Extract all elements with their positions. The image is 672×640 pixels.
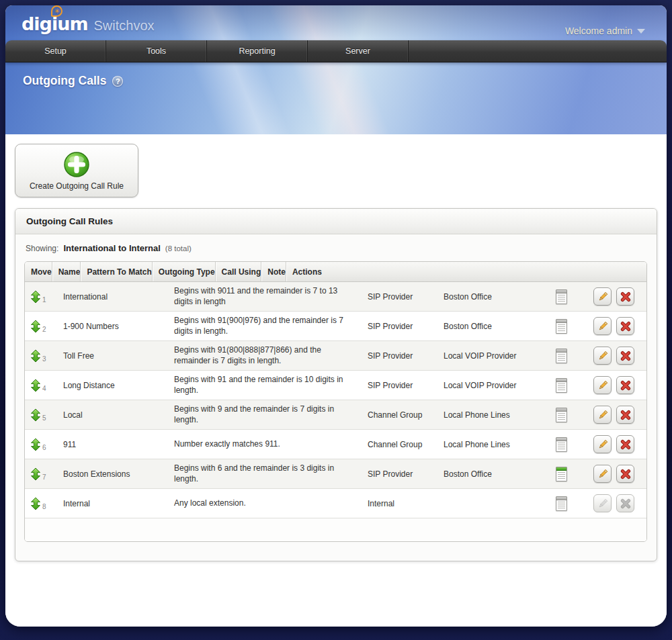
digium-switchvox-logo: digium ✳ Switchvox	[22, 13, 155, 34]
table-row: 3 Toll Free Begins with 91(800|888|877|8…	[25, 341, 646, 371]
move-handle[interactable]	[30, 290, 41, 304]
note-icon[interactable]	[556, 408, 567, 422]
note-icon[interactable]	[556, 496, 567, 511]
table-header-row: MoveNamePattern To MatchOutgoing TypeCal…	[25, 262, 646, 282]
row-order: 5	[42, 414, 46, 422]
actions-cell	[587, 400, 646, 429]
note-icon[interactable]	[556, 319, 567, 334]
table-row: 8 Internal Any local extension. Internal	[25, 489, 646, 518]
plus-icon	[63, 151, 90, 178]
rule-name: Long Distance	[56, 371, 167, 400]
create-button-label: Create Outgoing Call Rule	[30, 181, 124, 191]
rule-pattern: Begins with 9011 and the remainder is 7 …	[167, 282, 361, 311]
note-icon[interactable]	[556, 378, 567, 393]
top-header: digium ✳ Switchvox Welcome admin	[5, 5, 667, 40]
edit-button[interactable]	[593, 317, 612, 335]
nav-item[interactable]: Setup	[5, 40, 106, 62]
edit-button[interactable]	[593, 406, 612, 424]
delete-button[interactable]	[616, 376, 634, 394]
column-header: Pattern To Match	[80, 262, 151, 281]
edit-button[interactable]	[593, 435, 612, 453]
move-handle[interactable]	[30, 467, 41, 481]
app-window: digium ✳ Switchvox Welcome admin SetupTo…	[5, 5, 667, 627]
row-order: 1	[42, 296, 46, 304]
nav-item[interactable]: Server	[308, 40, 409, 62]
note-icon[interactable]	[556, 467, 567, 482]
column-header: Call Using	[215, 262, 261, 281]
logo-switchvox: Switchvox	[94, 18, 155, 34]
move-handle[interactable]	[30, 497, 41, 510]
pencil-icon	[597, 498, 608, 509]
panel-title: Outgoing Call Rules	[15, 209, 657, 234]
actions-cell	[587, 312, 646, 340]
delete-button[interactable]	[616, 347, 634, 365]
logo-digium: digium ✳	[22, 13, 88, 34]
column-header: Note	[261, 262, 286, 281]
note-icon[interactable]	[556, 437, 567, 452]
delete-button	[616, 494, 634, 512]
note-icon[interactable]	[556, 289, 567, 304]
delete-x-icon	[620, 351, 631, 361]
rule-outgoing-type: SIP Provider	[361, 459, 437, 488]
rule-name: Local	[56, 400, 167, 429]
rule-pattern: Any local extension.	[167, 489, 361, 518]
actions-cell	[587, 459, 646, 488]
move-handle[interactable]	[30, 349, 41, 363]
welcome-admin-menu[interactable]: Welcome admin	[565, 26, 645, 36]
row-order: 6	[42, 444, 46, 451]
rule-name: Toll Free	[56, 341, 167, 370]
delete-button[interactable]	[616, 435, 634, 453]
rule-call-using: Boston Office	[437, 312, 549, 340]
delete-x-icon	[620, 469, 631, 479]
table-row: 4 Long Distance Begins with 91 and the r…	[25, 371, 646, 400]
edit-button[interactable]	[593, 465, 612, 483]
rule-outgoing-type: Internal	[361, 489, 437, 518]
column-header: Actions	[286, 262, 322, 281]
delete-button[interactable]	[616, 287, 634, 306]
help-icon[interactable]: ?	[112, 76, 123, 87]
note-icon[interactable]	[556, 349, 567, 363]
pencil-icon	[597, 410, 608, 420]
delete-button[interactable]	[616, 406, 634, 424]
rule-outgoing-type: SIP Provider	[361, 312, 437, 340]
actions-cell	[587, 430, 646, 459]
nav-item[interactable]: Tools	[106, 40, 207, 62]
rule-call-using: Local VOIP Provider	[437, 371, 549, 400]
delete-x-icon	[620, 498, 631, 509]
asterisk-bubble-icon: ✳	[51, 5, 62, 17]
column-header: Outgoing Type	[152, 262, 215, 281]
caret-down-icon	[637, 29, 645, 34]
move-handle[interactable]	[30, 379, 41, 392]
move-handle[interactable]	[30, 438, 41, 451]
table-body: 1 International Begins with 9011 and the…	[25, 282, 646, 518]
page-title-row: Outgoing Calls ?	[23, 74, 123, 88]
page-title: Outgoing Calls	[23, 74, 106, 88]
move-handle[interactable]	[30, 320, 41, 333]
create-outgoing-call-rule-button[interactable]: Create Outgoing Call Rule	[15, 144, 138, 197]
edit-button	[593, 494, 612, 512]
rule-outgoing-type: SIP Provider	[361, 371, 437, 400]
content-area: Create Outgoing Call Rule Outgoing Call …	[5, 134, 667, 627]
delete-x-icon	[620, 380, 631, 391]
rule-outgoing-type: Channel Group	[361, 430, 437, 459]
delete-button[interactable]	[616, 317, 634, 335]
rule-call-using: Local Phone Lines	[437, 400, 549, 429]
row-order: 3	[42, 355, 46, 363]
edit-button[interactable]	[593, 287, 612, 306]
table-bottom-space	[25, 518, 646, 541]
rule-pattern: Begins with 91(900|976) and the remainde…	[167, 312, 361, 340]
nav-item[interactable]: Reporting	[207, 40, 308, 62]
edit-button[interactable]	[593, 347, 612, 365]
rule-call-using: Local Phone Lines	[437, 430, 549, 459]
rule-pattern: Begins with 91 and the remainder is 10 d…	[167, 371, 361, 400]
row-order: 2	[42, 326, 46, 333]
move-handle[interactable]	[30, 408, 41, 422]
delete-button[interactable]	[616, 465, 634, 483]
actions-cell	[587, 371, 646, 400]
pencil-icon	[597, 439, 608, 450]
actions-cell	[587, 489, 646, 518]
edit-button[interactable]	[593, 376, 612, 394]
row-order: 8	[42, 503, 46, 510]
table-row: 7 Boston Extensions Begins with 6 and th…	[25, 459, 646, 489]
rule-name: Internal	[56, 489, 167, 518]
